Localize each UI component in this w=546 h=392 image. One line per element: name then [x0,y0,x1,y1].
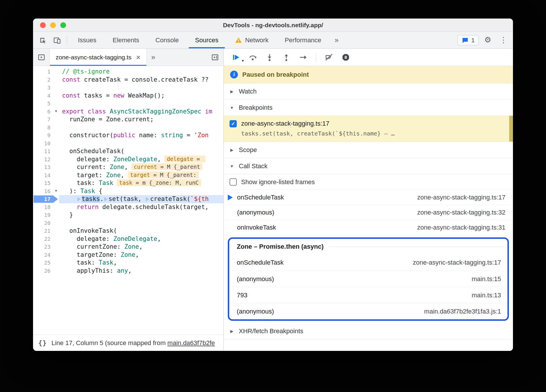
code-text[interactable] [59,100,223,108]
pause-on-exceptions-button[interactable] [341,53,350,62]
code-text[interactable]: currentZone: Zone, [59,243,223,251]
inline-breakpoint-marker-icon[interactable] [104,197,108,202]
step-over-button[interactable] [248,53,257,62]
call-stack-frame[interactable]: (anonymous)zone-async-stack-tagging.ts:3… [224,205,513,220]
resume-button[interactable]: ▾ [231,53,241,62]
tab-network[interactable]: Network [227,32,277,48]
zoom-window-button[interactable] [60,22,66,28]
line-number[interactable]: 17 [33,195,59,203]
line-number[interactable]: 1 [33,68,59,76]
tab-sources[interactable]: Sources [187,32,227,48]
section-xhr-breakpoints[interactable]: ▶ XHR/fetch Breakpoints [224,323,513,339]
line-number[interactable]: 11 [33,147,59,155]
code-text[interactable] [59,219,223,227]
line-number[interactable]: 12 [33,155,59,164]
code-text[interactable]: return delegate.scheduleTask(target, [59,203,223,211]
minimize-window-button[interactable] [50,22,56,28]
call-stack-frame[interactable]: onScheduleTaskzone-async-stack-tagging.t… [224,190,513,205]
section-scope[interactable]: ▶ Scope [224,142,513,158]
tab-performance[interactable]: Performance [276,32,329,48]
code-text[interactable]: target: Zone,target = M {_parent: [59,171,223,179]
tab-console[interactable]: Console [147,32,187,48]
breakpoint-entry[interactable]: ✓ zone-async-stack-tagging.ts:17 tasks.s… [224,116,513,142]
code-text[interactable]: ): Task { [59,187,223,195]
pretty-print-icon[interactable]: {} [38,339,47,347]
breakpoint-checkbox[interactable]: ✓ [230,120,237,127]
code-text[interactable]: delegate: ZoneDelegate,delegate = [59,155,223,164]
line-number[interactable]: 23 [33,243,59,251]
close-tab-icon[interactable]: × [136,54,140,61]
inline-breakpoint-marker-icon[interactable] [77,197,81,202]
line-number[interactable]: 6▼ [33,108,59,116]
code-text[interactable]: onInvokeTask( [59,227,223,235]
line-number[interactable]: 14 [33,171,59,179]
toggle-debugger-sidebar-button[interactable] [207,49,223,66]
fold-marker-icon[interactable]: ▼ [55,187,57,195]
call-stack-frame[interactable]: (anonymous)main.ts:15 [229,271,507,287]
code-text[interactable]: task: Task, [59,259,223,267]
line-number[interactable]: 22 [33,235,59,243]
line-number[interactable]: 7 [33,116,59,124]
device-toolbar-button[interactable] [50,34,64,46]
line-number[interactable]: 3 [33,84,59,92]
code-text[interactable]: const tasks = new WeakMap(); [59,92,223,100]
code-text[interactable]: // @ts-ignore [59,68,223,76]
deactivate-breakpoints-button[interactable] [324,53,334,62]
line-number[interactable]: 2 [33,76,59,84]
code-text[interactable]: } [59,211,223,219]
call-stack-frame[interactable]: onInvokeTaskzone-async-stack-tagging.ts:… [224,220,513,235]
code-text[interactable]: tasks.set(task, createTask(`${th [59,195,223,203]
more-options-button[interactable]: ⋮ [497,34,510,46]
line-number[interactable]: 15 [33,179,59,187]
step-into-button[interactable] [265,53,274,62]
scrollbar-thumb[interactable] [509,116,513,142]
close-window-button[interactable] [40,22,46,28]
step-button[interactable] [299,53,308,62]
code-text[interactable]: current: Zone,current = M {_parent [59,163,223,171]
section-breakpoints[interactable]: ▼ Breakpoints [224,100,513,116]
line-number[interactable]: 20 [33,219,59,227]
call-stack-frame[interactable]: (anonymous)main.da63f7b2fe3f1fa3.js:1 [229,303,507,319]
settings-button[interactable]: ⚙ [481,34,494,46]
tab-issues[interactable]: Issues [70,32,105,48]
step-out-button[interactable] [282,53,291,62]
tab-elements[interactable]: Elements [105,32,148,48]
code-text[interactable]: applyThis: any, [59,267,223,275]
code-text[interactable]: task: Tasktask = m {_zone: M, runC [59,179,223,187]
code-text[interactable] [59,140,223,148]
code-text[interactable] [59,84,223,92]
code-text[interactable] [59,124,223,132]
line-number[interactable]: 16▼ [33,187,59,195]
code-editor[interactable]: 1// @ts-ignore2const createTask = consol… [33,66,223,335]
code-text[interactable]: runZone = Zone.current; [59,116,223,124]
code-text[interactable]: targetZone: Zone, [59,251,223,259]
code-text[interactable]: onScheduleTask( [59,147,223,155]
line-number[interactable]: 18 [33,203,59,211]
tab-overflow-icon[interactable]: » [147,49,160,66]
line-number[interactable]: 21 [33,227,59,235]
section-watch[interactable]: ▶ Watch [224,83,513,100]
code-text[interactable]: constructor(public name: string = 'Zon [59,131,223,140]
line-number[interactable]: 13 [33,163,59,171]
line-number[interactable]: 24 [33,251,59,259]
line-number[interactable]: 5 [33,100,59,108]
line-number[interactable]: 8 [33,124,59,132]
line-number[interactable]: 19 [33,211,59,219]
line-number[interactable]: 26 [33,267,59,275]
toggle-navigator-button[interactable] [33,49,50,66]
line-number[interactable]: 9 [33,131,59,140]
ignore-listed-checkbox[interactable] [230,178,237,186]
section-call-stack[interactable]: ▼ Call Stack [224,158,513,174]
call-stack-frame[interactable]: 793main.ts:13 [229,287,507,303]
call-stack-frame[interactable]: onScheduleTaskzone-async-stack-tagging.t… [229,254,507,271]
console-messages-badge[interactable]: 1 [458,35,479,45]
line-number[interactable]: 25 [33,259,59,267]
fold-marker-icon[interactable]: ▼ [55,108,57,116]
highlighted-token[interactable]: tasks [82,195,100,202]
inline-breakpoint-marker-icon[interactable] [146,197,149,202]
code-text[interactable]: export class AsyncStackTaggingZoneSpec i… [59,108,223,116]
more-tabs-button[interactable]: » [329,32,344,48]
inspect-element-button[interactable] [36,34,49,46]
line-number[interactable]: 10 [33,140,59,148]
line-number[interactable]: 4 [33,92,59,100]
